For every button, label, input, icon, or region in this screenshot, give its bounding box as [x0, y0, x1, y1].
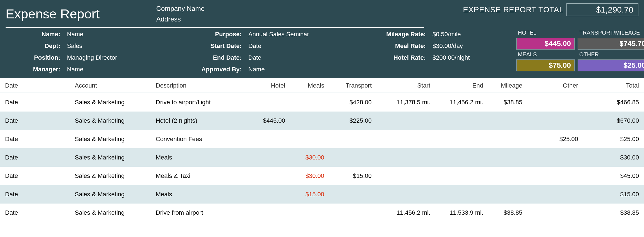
cell-total[interactable]: $45.00 [583, 167, 644, 185]
value-end[interactable]: Date [248, 54, 366, 61]
cell-meals[interactable] [290, 130, 329, 148]
col-end[interactable]: End [435, 79, 488, 93]
cell-meals[interactable]: $30.00 [290, 167, 329, 185]
cell-start[interactable]: 11,378.5 mi. [377, 93, 435, 112]
value-name[interactable]: Name [67, 31, 167, 38]
cell-start[interactable] [377, 167, 435, 185]
value-dept[interactable]: Sales [67, 42, 167, 50]
cell-transport[interactable]: $225.00 [329, 112, 377, 130]
table-row[interactable]: DateSales & MarketingDrive to airport/fl… [0, 93, 644, 112]
cell-other[interactable] [527, 148, 583, 167]
cell-end[interactable]: 11,533.9 mi. [435, 204, 488, 222]
cell-account[interactable]: Sales & Marketing [70, 204, 151, 222]
cell-meals[interactable] [290, 112, 329, 130]
cell-hotel[interactable] [248, 130, 290, 148]
cell-other[interactable] [527, 112, 583, 130]
table-row[interactable]: DateSales & MarketingDrive from airport1… [0, 204, 644, 222]
cell-date[interactable]: Date [0, 185, 70, 204]
table-row[interactable]: DateSales & MarketingConvention Fees$25.… [0, 130, 644, 148]
cell-meals[interactable] [290, 93, 329, 112]
cell-account[interactable]: Sales & Marketing [70, 112, 151, 130]
cell-transport[interactable] [329, 204, 377, 222]
cell-start[interactable] [377, 130, 435, 148]
cell-account[interactable]: Sales & Marketing [70, 167, 151, 185]
cell-total[interactable]: $466.85 [583, 93, 644, 112]
cell-hotel[interactable] [248, 167, 290, 185]
col-date[interactable]: Date [0, 79, 70, 93]
cell-hotel[interactable] [248, 93, 290, 112]
cell-start[interactable] [377, 112, 435, 130]
cell-mileage[interactable] [488, 148, 527, 167]
cell-end[interactable] [435, 130, 488, 148]
cell-date[interactable]: Date [0, 130, 70, 148]
cell-total[interactable]: $25.00 [583, 130, 644, 148]
cell-date[interactable]: Date [0, 112, 70, 130]
cell-transport[interactable] [329, 130, 377, 148]
cell-total[interactable]: $38.85 [583, 204, 644, 222]
cell-start[interactable]: 11,456.2 mi. [377, 204, 435, 222]
cell-account[interactable]: Sales & Marketing [70, 148, 151, 167]
cell-description[interactable]: Convention Fees [151, 130, 248, 148]
cell-date[interactable]: Date [0, 148, 70, 167]
col-meals[interactable]: Meals [290, 79, 329, 93]
cell-hotel[interactable] [248, 204, 290, 222]
col-transport[interactable]: Transport [329, 79, 377, 93]
col-start[interactable]: Start [377, 79, 435, 93]
cell-hotel[interactable]: $445.00 [248, 112, 290, 130]
cell-other[interactable] [527, 93, 583, 112]
value-meal-rate[interactable]: $30.00/day [432, 42, 516, 50]
cell-start[interactable] [377, 148, 435, 167]
cell-hotel[interactable] [248, 185, 290, 204]
cell-meals[interactable]: $30.00 [290, 148, 329, 167]
col-hotel[interactable]: Hotel [248, 79, 290, 93]
cell-description[interactable]: Meals & Taxi [151, 167, 248, 185]
col-description[interactable]: Description [151, 79, 248, 93]
value-hotel-rate[interactable]: $200.00/night [432, 54, 516, 61]
table-row[interactable]: DateSales & MarketingHotel (2 nights)$44… [0, 112, 644, 130]
cell-mileage[interactable] [488, 185, 527, 204]
cell-end[interactable] [435, 167, 488, 185]
cell-meals[interactable] [290, 204, 329, 222]
cell-transport[interactable]: $428.00 [329, 93, 377, 112]
value-purpose[interactable]: Annual Sales Seminar [248, 31, 366, 38]
cell-description[interactable]: Meals [151, 185, 248, 204]
cell-end[interactable] [435, 148, 488, 167]
cell-other[interactable] [527, 204, 583, 222]
cell-total[interactable]: $15.00 [583, 185, 644, 204]
cell-date[interactable]: Date [0, 93, 70, 112]
cell-mileage[interactable]: $38.85 [488, 204, 527, 222]
cell-date[interactable]: Date [0, 204, 70, 222]
col-mileage[interactable]: Mileage [488, 79, 527, 93]
cell-end[interactable] [435, 185, 488, 204]
cell-hotel[interactable] [248, 148, 290, 167]
cell-description[interactable]: Drive from airport [151, 204, 248, 222]
table-row[interactable]: DateSales & MarketingMeals & Taxi$30.00$… [0, 167, 644, 185]
cell-account[interactable]: Sales & Marketing [70, 185, 151, 204]
cell-meals[interactable]: $15.00 [290, 185, 329, 204]
cell-transport[interactable] [329, 185, 377, 204]
cell-total[interactable]: $670.00 [583, 112, 644, 130]
cell-description[interactable]: Hotel (2 nights) [151, 112, 248, 130]
cell-account[interactable]: Sales & Marketing [70, 130, 151, 148]
cell-transport[interactable]: $15.00 [329, 167, 377, 185]
cell-end[interactable] [435, 112, 488, 130]
cell-total[interactable]: $30.00 [583, 148, 644, 167]
col-account[interactable]: Account [70, 79, 151, 93]
table-row[interactable]: DateSales & MarketingMeals$30.00$30.00 [0, 148, 644, 167]
value-manager[interactable]: Name [67, 66, 167, 73]
value-approved[interactable]: Name [248, 66, 366, 73]
cell-transport[interactable] [329, 148, 377, 167]
cell-mileage[interactable]: $38.85 [488, 93, 527, 112]
value-position[interactable]: Managing Director [67, 54, 167, 61]
cell-date[interactable]: Date [0, 167, 70, 185]
cell-mileage[interactable] [488, 167, 527, 185]
col-total[interactable]: Total [583, 79, 644, 93]
cell-account[interactable]: Sales & Marketing [70, 93, 151, 112]
cell-other[interactable] [527, 185, 583, 204]
cell-other[interactable] [527, 167, 583, 185]
cell-end[interactable]: 11,456.2 mi. [435, 93, 488, 112]
cell-description[interactable]: Meals [151, 148, 248, 167]
value-start[interactable]: Date [248, 42, 366, 50]
cell-start[interactable] [377, 185, 435, 204]
value-mileage-rate[interactable]: $0.50/mile [432, 31, 516, 38]
